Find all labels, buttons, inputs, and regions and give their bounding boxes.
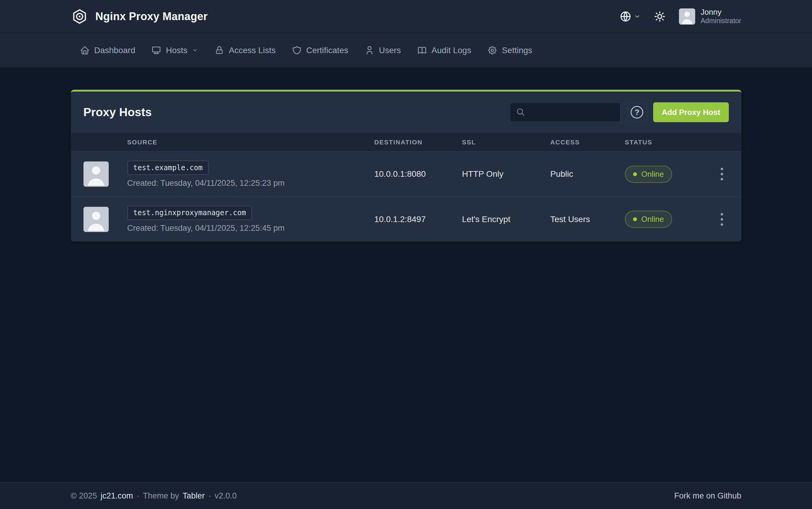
nav-item-hosts[interactable]: Hosts — [151, 45, 198, 55]
column-header-ssl: SSL — [462, 133, 550, 151]
nav-label: Dashboard — [94, 46, 135, 55]
destination-cell: 10.0.1.2:8497 — [375, 214, 426, 224]
nav-label: Audit Logs — [431, 46, 471, 55]
column-header-source: SOURCE — [127, 133, 375, 151]
chevron-down-icon — [634, 13, 641, 20]
theme-toggle-button[interactable] — [654, 10, 666, 23]
gear-icon — [487, 45, 497, 55]
host-badge: test.example.com — [127, 161, 209, 175]
separator: · — [137, 491, 139, 501]
avatar — [84, 207, 109, 232]
access-cell: Test Users — [550, 214, 590, 224]
main-nav: Dashboard Hosts Access Lists C — [0, 33, 812, 67]
app-footer: © 2025 jc21.com · Theme by Tabler · v2.0… — [0, 482, 812, 509]
row-actions-button[interactable] — [717, 164, 727, 184]
column-header-actions — [703, 133, 741, 151]
user-role: Administrator — [701, 17, 741, 25]
language-selector[interactable] — [619, 10, 641, 23]
access-cell: Public — [550, 169, 573, 178]
user-name: Jonny — [701, 7, 741, 17]
fork-github-link[interactable]: Fork me on Github — [674, 491, 741, 501]
dot-icon — [633, 172, 637, 176]
help-button[interactable]: ? — [627, 102, 647, 122]
nav-label: Certificates — [306, 46, 348, 55]
created-text: Created: Tuesday, 04/11/2025, 12:25:23 p… — [127, 178, 375, 188]
user-icon — [364, 45, 375, 55]
separator: · — [208, 491, 211, 501]
nav-item-access-lists[interactable]: Access Lists — [215, 45, 276, 55]
page-title: Proxy Hosts — [84, 106, 152, 119]
nav-label: Hosts — [166, 46, 187, 55]
host-badge: test.nginxproxymanager.com — [127, 206, 252, 220]
nav-item-users[interactable]: Users — [364, 45, 401, 55]
table-header-row: SOURCE DESTINATION SSL ACCESS STATUS — [71, 133, 741, 151]
ssl-cell: HTTP Only — [462, 169, 504, 178]
avatar — [84, 162, 109, 187]
status-label: Online — [642, 170, 664, 179]
home-icon — [80, 45, 90, 55]
book-icon — [417, 45, 427, 55]
user-menu[interactable]: Jonny Administrator — [679, 7, 741, 25]
ssl-cell: Let's Encrypt — [462, 214, 511, 224]
row-actions-button[interactable] — [717, 209, 727, 229]
jc21-link[interactable]: jc21.com — [101, 491, 133, 501]
created-text: Created: Tuesday, 04/11/2025, 12:25:45 p… — [127, 224, 375, 233]
theme-by-text: Theme by — [143, 491, 179, 501]
column-header-spacer — [71, 133, 127, 151]
sun-icon — [654, 10, 666, 23]
nav-label: Settings — [502, 46, 532, 55]
add-proxy-host-button[interactable]: Add Proxy Host — [653, 102, 728, 122]
nav-item-dashboard[interactable]: Dashboard — [80, 45, 135, 55]
monitor-icon — [151, 45, 161, 55]
copyright-text: © 2025 — [71, 491, 97, 501]
nav-item-settings[interactable]: Settings — [487, 45, 532, 55]
proxy-hosts-card: Proxy Hosts ? Add Proxy Host — [71, 90, 741, 242]
proxy-hosts-table: SOURCE DESTINATION SSL ACCESS STATUS — [71, 133, 741, 242]
table-row[interactable]: test.example.com Created: Tuesday, 04/11… — [71, 151, 741, 197]
table-row[interactable]: test.nginxproxymanager.com Created: Tues… — [71, 197, 741, 242]
column-header-destination: DESTINATION — [375, 133, 462, 151]
nav-item-audit-logs[interactable]: Audit Logs — [417, 45, 471, 55]
status-badge: Online — [625, 211, 672, 228]
help-circle-icon: ? — [630, 106, 643, 118]
search-input[interactable] — [510, 102, 621, 122]
column-header-status: STATUS — [625, 133, 703, 151]
nav-item-certificates[interactable]: Certificates — [292, 45, 348, 55]
tabler-link[interactable]: Tabler — [183, 491, 205, 501]
dot-icon — [633, 217, 637, 221]
status-badge: Online — [625, 166, 672, 183]
avatar — [679, 8, 695, 25]
search-icon — [516, 108, 525, 117]
npm-logo-icon — [71, 8, 88, 25]
shield-icon — [292, 45, 302, 55]
chevron-down-icon — [192, 47, 198, 54]
brand-link[interactable]: Nginx Proxy Manager — [71, 8, 208, 25]
lock-icon — [215, 45, 224, 55]
destination-cell: 10.0.0.1:8080 — [375, 169, 426, 178]
status-label: Online — [642, 214, 664, 224]
nav-label: Users — [379, 46, 401, 55]
version-text: v2.0.0 — [215, 491, 237, 501]
app-header: Nginx Proxy Manager — [0, 0, 812, 33]
nav-label: Access Lists — [229, 46, 276, 55]
globe-icon — [619, 10, 631, 23]
app-title: Nginx Proxy Manager — [96, 10, 208, 23]
column-header-access: ACCESS — [550, 133, 625, 151]
